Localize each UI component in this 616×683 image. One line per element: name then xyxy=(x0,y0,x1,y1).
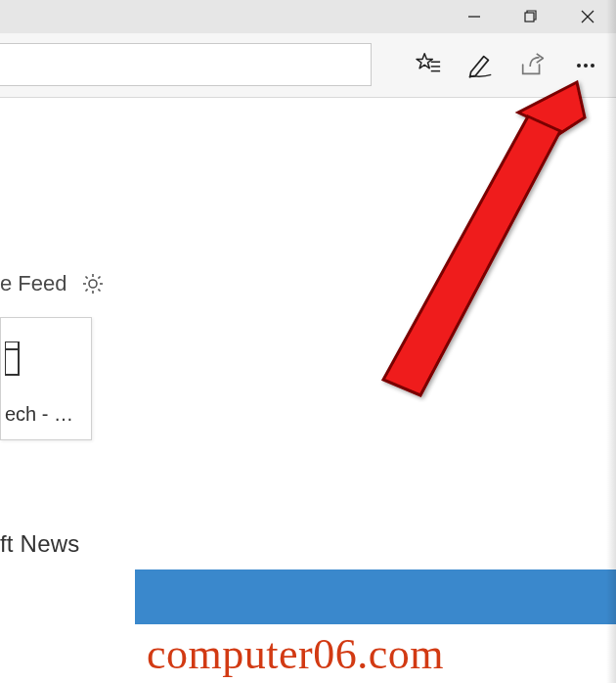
share-button[interactable] xyxy=(508,41,557,90)
feed-heading-fragment: e Feed xyxy=(0,270,107,297)
top-site-tile[interactable]: ech - … xyxy=(0,317,92,440)
svg-line-18 xyxy=(98,277,100,279)
svg-point-9 xyxy=(591,64,594,68)
feed-settings-button[interactable] xyxy=(79,270,107,297)
close-button[interactable] xyxy=(559,0,616,33)
more-button[interactable] xyxy=(561,41,610,90)
svg-rect-1 xyxy=(525,13,534,22)
tile-label: ech - … xyxy=(5,403,73,426)
svg-point-7 xyxy=(577,64,581,68)
svg-rect-19 xyxy=(5,342,19,375)
minimize-icon xyxy=(467,10,481,23)
favorites-icon xyxy=(413,51,442,80)
decorative-blue-band xyxy=(135,569,616,624)
pen-icon xyxy=(465,51,495,80)
watermark: computer06.com xyxy=(135,624,616,683)
close-icon xyxy=(580,9,595,24)
restore-icon xyxy=(523,9,539,24)
address-bar[interactable] xyxy=(0,43,372,86)
window-controls xyxy=(446,0,616,33)
gear-icon xyxy=(81,272,105,296)
window-titlebar xyxy=(0,0,616,33)
maximize-button[interactable] xyxy=(503,0,559,33)
svg-line-15 xyxy=(85,277,87,279)
watermark-text: computer06.com xyxy=(147,629,444,679)
svg-point-10 xyxy=(89,280,97,288)
toolbar-actions xyxy=(403,33,616,98)
share-icon xyxy=(518,51,548,80)
svg-line-16 xyxy=(98,289,100,291)
minimize-button[interactable] xyxy=(446,0,503,33)
browser-toolbar xyxy=(0,33,616,98)
screenshot-stage: e Feed ech - … ft Ne xyxy=(0,0,616,683)
favorites-button[interactable] xyxy=(403,41,452,90)
svg-point-8 xyxy=(584,64,588,68)
news-heading-fragment: ft News xyxy=(0,530,79,558)
notes-button[interactable] xyxy=(456,41,505,90)
more-icon xyxy=(574,54,597,77)
svg-line-17 xyxy=(85,289,87,291)
tile-icon-fragment xyxy=(5,342,22,377)
feed-heading-text: e Feed xyxy=(0,271,67,296)
